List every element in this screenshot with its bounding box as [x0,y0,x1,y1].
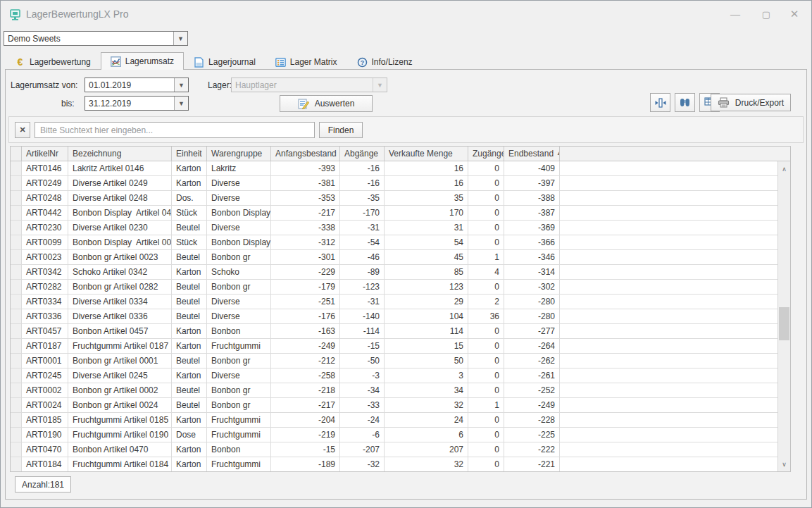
row-selector[interactable] [11,457,22,471]
cell-zugaenge[interactable]: 0 [468,339,504,353]
cell-zugaenge[interactable]: 1 [468,250,504,264]
column-header-abgaenge[interactable]: Abgänge [340,147,385,161]
cell-verkaufte-menge[interactable]: 85 [385,265,468,279]
cell-endbestand[interactable]: -397 [504,176,560,190]
tab-lager-matrix[interactable]: Lager Matrix [266,54,347,70]
row-selector[interactable] [11,309,22,323]
cell-artikelnr[interactable]: ART0249 [22,176,68,190]
cell-abgaenge[interactable]: -24 [340,413,385,427]
cell-abgaenge[interactable]: -16 [340,176,385,190]
cell-zugaenge[interactable]: 0 [468,324,504,338]
cell-abgaenge[interactable]: -140 [340,309,385,323]
table-row[interactable]: ART0023Bonbon gr Artikel 0023BeutelBonbo… [11,250,790,265]
cell-endbestand[interactable]: -264 [504,339,560,353]
tab-info-lizenz[interactable]: ? Info/Lizenz [347,54,423,70]
cell-verkaufte-menge[interactable]: 50 [385,354,468,368]
cell-warengruppe[interactable]: Bonbon gr [207,250,271,264]
cell-abgaenge[interactable]: -89 [340,265,385,279]
search-input[interactable] [35,122,315,138]
cell-einheit[interactable]: Beutel [172,221,207,235]
row-selector[interactable] [11,339,22,353]
cell-einheit[interactable]: Beutel [172,309,207,323]
cell-warengruppe[interactable]: Diverse [207,309,271,323]
table-row[interactable]: ART0099Bonbon Display Artikel 0099StückB… [11,235,790,250]
cell-artikelnr[interactable]: ART0185 [22,413,68,427]
cell-endbestand[interactable]: -369 [504,221,560,235]
cell-verkaufte-menge[interactable]: 170 [385,206,468,220]
cell-bezeichnung[interactable]: Diverse Artikel 0249 [68,176,172,190]
cell-bezeichnung[interactable]: Diverse Artikel 0245 [68,368,172,383]
cell-bezeichnung[interactable]: Lakritz Artikel 0146 [68,161,172,175]
cell-verkaufte-menge[interactable]: 123 [385,280,468,294]
maximize-button[interactable]: ▢ [751,1,782,27]
cell-zugaenge[interactable]: 0 [468,161,504,175]
cell-endbestand[interactable]: -346 [504,250,560,264]
chevron-down-icon[interactable]: ▼ [173,32,187,45]
cell-zugaenge[interactable]: 0 [468,221,504,235]
table-row[interactable]: ART0001Bonbon gr Artikel 0001BeutelBonbo… [11,354,790,368]
cell-zugaenge[interactable]: 0 [468,413,504,427]
cell-abgaenge[interactable]: -32 [340,457,385,471]
column-header-zugaenge[interactable]: Zugänge [468,147,504,161]
row-selector[interactable] [11,176,22,190]
mandant-select[interactable]: Demo Sweets ▼ [4,31,188,46]
cell-artikelnr[interactable]: ART0187 [22,339,68,353]
cell-endbestand[interactable]: -261 [504,368,560,383]
cell-warengruppe[interactable]: Bonbon gr [207,280,271,294]
cell-artikelnr[interactable]: ART0099 [22,235,68,249]
cell-anfangsbestand[interactable]: -189 [271,457,340,471]
cell-endbestand[interactable]: -409 [504,161,560,175]
date-from-field[interactable]: 01.01.2019 ▼ [85,78,189,92]
cell-verkaufte-menge[interactable]: 31 [385,221,468,235]
cell-zugaenge[interactable]: 0 [468,383,504,397]
cell-zugaenge[interactable]: 2 [468,295,504,309]
row-selector[interactable] [11,191,22,205]
cell-artikelnr[interactable]: ART0184 [22,457,68,471]
cell-anfangsbestand[interactable]: -204 [271,413,340,427]
cell-bezeichnung[interactable]: Fruchtgummi Artikel 0184 [68,457,172,471]
cell-anfangsbestand[interactable]: -229 [271,265,340,279]
cell-einheit[interactable]: Beutel [172,295,207,309]
cell-einheit[interactable]: Karton [172,457,207,471]
row-selector[interactable] [11,206,22,220]
column-header-verkaufte-menge[interactable]: Verkaufte Menge [385,147,468,161]
table-row[interactable]: ART0282Bonbon gr Artikel 0282BeutelBonbo… [11,280,790,295]
column-header-warengruppe[interactable]: Warengruppe [207,147,271,161]
cell-anfangsbestand[interactable]: -15 [271,442,340,457]
cell-endbestand[interactable]: -387 [504,206,560,220]
cell-zugaenge[interactable]: 36 [468,309,504,323]
cell-endbestand[interactable]: -314 [504,265,560,279]
cell-artikelnr[interactable]: ART0190 [22,428,68,442]
cell-warengruppe[interactable]: Fruchtgummi [207,413,271,427]
cell-einheit[interactable]: Stück [172,206,207,220]
cell-abgaenge[interactable]: -34 [340,383,385,397]
cell-zugaenge[interactable]: 0 [468,368,504,383]
table-row[interactable]: ART0334Diverse Artikel 0334BeutelDiverse… [11,295,790,309]
cell-bezeichnung[interactable]: Diverse Artikel 0248 [68,191,172,205]
cell-bezeichnung[interactable]: Fruchtgummi Artikel 0190 [68,428,172,442]
cell-abgaenge[interactable]: -15 [340,339,385,353]
close-button[interactable]: ✕ [779,1,810,27]
cell-abgaenge[interactable]: -54 [340,235,385,249]
cell-zugaenge[interactable]: 0 [468,235,504,249]
binoculars-search-button[interactable] [675,93,695,112]
column-header-artikelnr[interactable]: ArtikelNr [22,147,68,161]
cell-verkaufte-menge[interactable]: 45 [385,250,468,264]
cell-bezeichnung[interactable]: Bonbon gr Artikel 0024 [68,398,172,412]
cell-artikelnr[interactable]: ART0336 [22,309,68,323]
cell-warengruppe[interactable]: Bonbon gr [207,354,271,368]
row-selector[interactable] [11,324,22,338]
column-header-anfangsbestand[interactable]: Anfangsbestand [271,147,340,161]
cell-bezeichnung[interactable]: Diverse Artikel 0230 [68,221,172,235]
cell-verkaufte-menge[interactable]: 16 [385,161,468,175]
cell-artikelnr[interactable]: ART0023 [22,250,68,264]
vertical-scrollbar[interactable]: ∧ ∨ [777,161,790,471]
cell-zugaenge[interactable]: 0 [468,442,504,457]
cell-zugaenge[interactable]: 0 [468,428,504,442]
cell-bezeichnung[interactable]: Bonbon gr Artikel 0023 [68,250,172,264]
cell-bezeichnung[interactable]: Bonbon Artikel 0470 [68,442,172,457]
cell-warengruppe[interactable]: Fruchtgummi [207,457,271,471]
row-selector[interactable] [11,354,22,368]
table-row[interactable]: ART0185Fruchtgummi Artikel 0185KartonFru… [11,413,790,428]
cell-einheit[interactable]: Karton [172,339,207,353]
